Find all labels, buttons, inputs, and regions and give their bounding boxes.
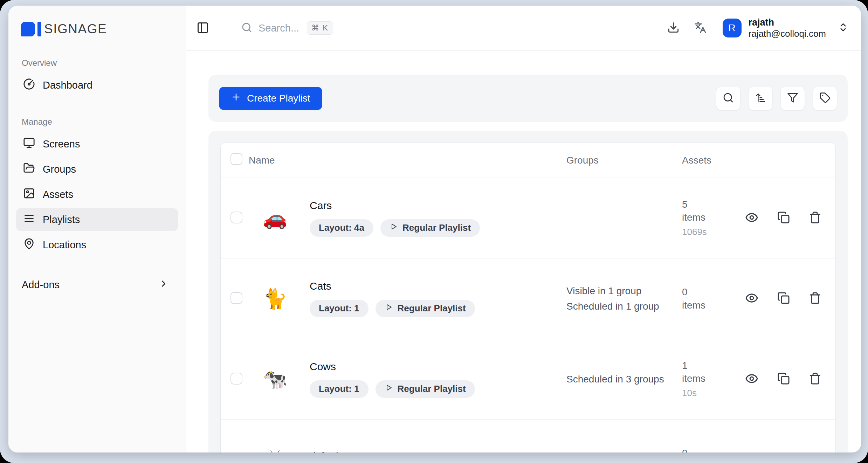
duplicate-button[interactable] xyxy=(777,292,790,305)
filter-button[interactable] xyxy=(780,86,805,111)
create-playlist-button[interactable]: Create Playlist xyxy=(219,87,322,110)
header-groups: Groups xyxy=(566,155,682,166)
sidebar-item-groups[interactable]: Groups xyxy=(16,158,178,181)
sidebar-item-screens[interactable]: Screens xyxy=(16,132,178,156)
duplicate-button[interactable] xyxy=(777,211,790,225)
download-icon xyxy=(667,21,680,35)
trash-icon xyxy=(809,211,821,225)
search-button[interactable] xyxy=(716,86,740,111)
topbar: Search... ⌘ K R rajath rajath@colloqi. xyxy=(186,6,861,51)
user-menu[interactable]: R rajath rajath@colloqi.com xyxy=(723,17,848,40)
sidebar-item-label: Locations xyxy=(43,239,86,251)
gauge-icon xyxy=(23,78,35,92)
duplicate-button[interactable] xyxy=(777,372,790,386)
copy-icon xyxy=(777,292,790,305)
preview-button[interactable] xyxy=(745,372,758,386)
delete-button[interactable] xyxy=(809,372,821,386)
groups-info: Scheduled in 3 groups xyxy=(566,372,682,387)
search-icon xyxy=(723,92,734,104)
tag-button[interactable] xyxy=(813,86,837,111)
playlist-name: default xyxy=(310,450,566,452)
row-actions xyxy=(745,291,826,306)
avatar: R xyxy=(723,19,742,37)
asset-unit: items xyxy=(682,372,745,385)
assets-info: 0 items xyxy=(682,285,745,312)
playlist-type-badge: Regular Playlist xyxy=(376,380,475,398)
pisignage-logo-icon xyxy=(21,22,41,36)
sidebar-item-dashboard[interactable]: Dashboard xyxy=(16,74,178,97)
table-row: 🚗 Cars Layout: 4a Regular Playlist 5 ite… xyxy=(221,178,835,258)
translate-icon xyxy=(694,21,707,35)
table-body: 🚗 Cars Layout: 4a Regular Playlist 5 ite… xyxy=(221,178,835,452)
playlist-badges: Layout: 1 Regular Playlist xyxy=(310,300,566,317)
groups-info: Visible in 1 groupScheduled in 1 group xyxy=(566,283,682,314)
trash-icon xyxy=(809,372,821,386)
layout-badge: Layout: 1 xyxy=(310,380,368,398)
row-actions xyxy=(745,372,826,386)
sidebar-item-label: Screens xyxy=(43,138,80,150)
sidebar-item-playlists[interactable]: Playlists xyxy=(16,208,178,231)
sidebar-item-label: Dashboard xyxy=(43,80,92,91)
playlist-name: Cats xyxy=(310,280,566,292)
asset-duration: 1069s xyxy=(682,226,745,238)
folder-open-icon xyxy=(23,162,35,177)
table-row: 📺 default 0 items xyxy=(221,420,835,452)
play-icon xyxy=(385,303,393,314)
group-status-line: Scheduled in 3 groups xyxy=(566,372,664,387)
chevron-right-icon xyxy=(158,278,169,291)
playlist-badges: Layout: 1 Regular Playlist xyxy=(310,380,566,398)
map-pin-icon xyxy=(23,238,35,252)
create-playlist-label: Create Playlist xyxy=(247,93,310,104)
group-status-line: Visible in 1 group xyxy=(566,283,664,298)
toolbar-actions xyxy=(716,86,837,111)
menu-icon xyxy=(23,213,35,227)
preview-button[interactable] xyxy=(745,211,758,225)
eye-icon xyxy=(745,211,758,225)
sidebar-item-label: Assets xyxy=(43,189,73,200)
content-area: Create Playlist Name Groups Assets xyxy=(186,51,861,452)
search-input[interactable]: Search... ⌘ K xyxy=(241,21,333,35)
header-assets: Assets xyxy=(682,155,745,166)
sidebar-item-assets[interactable]: Assets xyxy=(16,183,178,206)
language-button[interactable] xyxy=(694,21,707,35)
preview-button[interactable] xyxy=(745,291,758,306)
select-all-checkbox[interactable] xyxy=(230,153,242,165)
panel-left-icon xyxy=(197,21,209,35)
header-name: Name xyxy=(249,155,566,166)
playlist-type-badge: Regular Playlist xyxy=(380,219,480,237)
nav-section-label: Manage xyxy=(22,117,178,127)
delete-button[interactable] xyxy=(809,211,821,225)
trash-icon xyxy=(809,292,821,305)
copy-icon xyxy=(777,372,790,386)
play-icon xyxy=(385,383,393,394)
playlist-table-panel: Name Groups Assets 🚗 Cars Layout: 4a Reg… xyxy=(208,131,848,452)
download-button[interactable] xyxy=(667,21,680,35)
user-info: rajath rajath@colloqi.com xyxy=(749,17,826,40)
sort-icon xyxy=(755,92,766,104)
table-header: Name Groups Assets xyxy=(221,143,835,178)
sidebar-item-label: Groups xyxy=(43,164,76,175)
sidebar-item-locations[interactable]: Locations xyxy=(16,233,178,256)
delete-button[interactable] xyxy=(809,292,821,305)
app-window: SIGNAGE OverviewDashboardManageScreensGr… xyxy=(8,6,861,452)
row-checkbox[interactable] xyxy=(230,212,242,223)
table-row: 🐈 Cats Layout: 1 Regular Playlist Visibl… xyxy=(221,258,835,339)
sidebar-toggle-button[interactable] xyxy=(197,21,209,35)
playlist-emoji: 🚗 xyxy=(256,208,310,228)
row-checkbox[interactable] xyxy=(230,373,242,385)
sort-button[interactable] xyxy=(748,86,773,111)
brand-logo: SIGNAGE xyxy=(21,22,178,36)
playlist-toolbar: Create Playlist xyxy=(208,75,848,122)
playlist-name: Cars xyxy=(310,200,566,212)
search-icon xyxy=(241,22,252,34)
sidebar: SIGNAGE OverviewDashboardManageScreensGr… xyxy=(8,6,186,452)
user-name: rajath xyxy=(749,17,826,28)
brand-name: SIGNAGE xyxy=(44,22,107,36)
filter-icon xyxy=(787,92,798,104)
chevrons-up-down-icon xyxy=(838,22,848,34)
sidebar-item-add-ons[interactable]: Add-ons xyxy=(16,274,178,296)
topbar-right: R rajath rajath@colloqi.com xyxy=(667,17,848,40)
search-placeholder: Search... xyxy=(259,22,299,34)
playlist-name: Cows xyxy=(310,361,566,373)
row-checkbox[interactable] xyxy=(230,292,242,304)
